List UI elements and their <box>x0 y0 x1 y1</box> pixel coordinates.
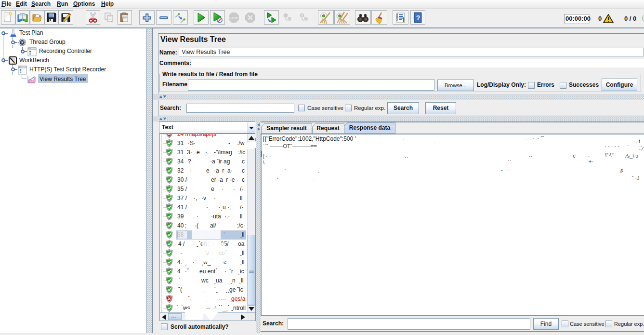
svg-text:?: ? <box>416 14 421 22</box>
svg-text:STOP: STOP <box>229 16 238 20</box>
